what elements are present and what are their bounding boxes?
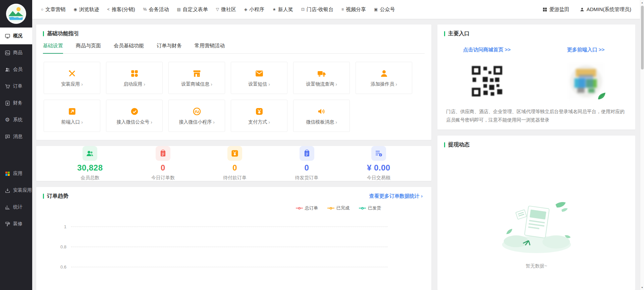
- visit-mall-home-link[interactable]: 点击访问商城首页 >>: [437, 47, 536, 53]
- scroll-down-arrow[interactable]: ▼: [641, 285, 643, 290]
- clipboard-icon: [156, 146, 170, 161]
- link-icon: %: [143, 7, 147, 11]
- sidebar-item-decoration[interactable]: 装修: [0, 215, 32, 232]
- leaf-decoration: [597, 92, 606, 100]
- empty-state-illustration: [497, 195, 576, 254]
- feature-label: 接入微信公众号: [116, 119, 149, 125]
- megaphone-icon: [317, 107, 326, 116]
- tab-orders-finance[interactable]: 订单与财务: [157, 43, 182, 53]
- sidebar-item-label: 财务: [13, 100, 22, 106]
- tab-marketing-activities[interactable]: 常用营销活动: [195, 43, 225, 53]
- nav-label: 新人奖: [278, 6, 293, 13]
- feature-label: 添加操作员: [371, 81, 394, 87]
- chevron-right-icon: ›: [268, 119, 270, 125]
- yen-badge-icon: [227, 146, 242, 161]
- sidebar-item-overview[interactable]: 概况: [0, 28, 32, 44]
- chevron-right-icon: ›: [151, 119, 152, 125]
- sidebar-item-messages[interactable]: 消息: [0, 128, 32, 145]
- miniprogram-icon: [193, 107, 201, 116]
- sidebar-item-statistics[interactable]: 统计: [0, 199, 32, 215]
- chevron-right-icon: ›: [335, 82, 337, 87]
- sidebar-item-goods[interactable]: 商品: [0, 44, 32, 61]
- stat-today-transactions: ¥ 0.00 今日交易额: [367, 146, 390, 181]
- nav-label: 自定义表单: [183, 6, 208, 13]
- entrance-note: 门店、供应商、酒店、企业管理、区域代理等独立后台登录域名同总平台，使用对应的店员…: [446, 107, 627, 124]
- stat-value: 0: [305, 163, 309, 173]
- topnav-item-newcomer-award[interactable]: ★新人奖: [272, 6, 293, 13]
- more-frontend-entries-link[interactable]: 更多前端入口 >>: [536, 47, 635, 53]
- sidebar-item-label: 消息: [13, 134, 22, 140]
- sidebar-item-label: 统计: [13, 204, 22, 210]
- feature-mall-info[interactable]: 设置商城信息›: [168, 62, 225, 94]
- sidebar-item-apps[interactable]: 应用: [0, 165, 32, 182]
- feature-add-operator[interactable]: 添加操作员›: [356, 62, 412, 94]
- feature-wechat-official[interactable]: 接入微信公众号›: [106, 100, 163, 132]
- topnav-item-micro-community[interactable]: ▽微社区: [216, 6, 236, 13]
- sidebar-item-install-apps[interactable]: 安装应用: [0, 182, 32, 199]
- feature-logistics-query[interactable]: 设置物流查询›: [293, 62, 350, 94]
- topnav-item-video-share[interactable]: ≡视频分享: [341, 6, 366, 13]
- share-icon: <: [107, 7, 110, 11]
- check-circle-icon: [130, 107, 139, 116]
- tab-goods-pages[interactable]: 商品与页面: [76, 43, 101, 53]
- download-icon: [4, 187, 10, 193]
- video-list-icon: ≡: [341, 7, 344, 11]
- feature-wechat-miniprogram[interactable]: 接入微信小程序›: [168, 100, 225, 132]
- feature-payment-methods[interactable]: 支付方式›: [231, 100, 287, 132]
- legend-label: 总订单: [305, 205, 318, 211]
- y-axis-tick: 1: [36, 224, 71, 229]
- stat-label: 待付款订单: [223, 175, 247, 181]
- apps-grid-icon: [4, 171, 10, 177]
- title-accent-bar: [43, 194, 44, 199]
- page-scrollbar[interactable]: ▲ ▼: [640, 0, 644, 290]
- stat-total-members: 30,828 会员总数: [77, 146, 103, 181]
- people-icon: [83, 146, 97, 161]
- chevron-right-icon: ›: [213, 119, 215, 125]
- topnav-item-browse-tracks[interactable]: ◉浏览轨迹: [73, 6, 99, 13]
- stat-pending-shipment: 0 待发货订单: [295, 146, 319, 181]
- feature-sms-settings[interactable]: 设置短信›: [231, 62, 287, 94]
- tab-member-basics[interactable]: 会员基础功能: [114, 43, 144, 53]
- sidebar-item-system[interactable]: ⚙ 系统: [0, 111, 32, 128]
- legend-item-total-orders[interactable]: 总订单: [296, 205, 318, 211]
- gridline: [71, 247, 388, 247]
- sidebar-item-members[interactable]: 会员: [0, 61, 32, 78]
- y-axis-tick: 0.8: [36, 244, 71, 249]
- logo-image: [6, 3, 26, 24]
- truck-icon: [317, 69, 326, 78]
- finance-icon: [4, 100, 10, 106]
- chevron-right-icon: ›: [335, 119, 337, 125]
- stat-value: 0: [161, 163, 165, 173]
- more-order-stats-link[interactable]: 查看更多订单数据统计 ›: [369, 193, 423, 199]
- scroll-up-arrow[interactable]: ▲: [641, 0, 643, 5]
- topnav-item-distribution[interactable]: <推客(分销): [107, 6, 135, 13]
- topnav-item-official-account[interactable]: ▣公众号: [374, 6, 395, 13]
- basic-guide-card: 基础功能指引 基础设置 商品与页面 会员基础功能 订单与财务 常用营销活动 安装…: [36, 25, 431, 140]
- sidebar-item-label: 装修: [13, 221, 22, 227]
- feature-label: 前端入口: [61, 119, 80, 125]
- tab-basic-settings[interactable]: 基础设置: [43, 43, 63, 54]
- site-label: 爱游盐田: [549, 6, 570, 13]
- feature-wechat-template-msg[interactable]: 微信模板消息›: [293, 100, 350, 132]
- admin-user-menu[interactable]: ADMIN(系统管理员): [580, 6, 631, 13]
- chevron-right-icon: ›: [144, 82, 145, 87]
- topnav-item-store-cashier[interactable]: ⊡门店-收银台: [301, 6, 333, 13]
- admin-user-label: ADMIN(系统管理员): [587, 6, 631, 13]
- sidebar-item-finance[interactable]: 财务: [0, 95, 32, 111]
- nav-label: 会务活动: [149, 6, 169, 13]
- bar-chart-icon: [4, 204, 10, 210]
- feature-launch-app[interactable]: 启动应用›: [106, 62, 163, 94]
- legend-item-shipped[interactable]: 已发货: [359, 205, 381, 211]
- topnav-item-custom-forms[interactable]: ▤自定义表单: [177, 6, 208, 13]
- feature-label: 微信模板消息: [306, 119, 334, 125]
- site-entry-button[interactable]: 爱游盐田: [542, 6, 570, 13]
- feature-frontend-entry[interactable]: 前端入口›: [44, 100, 100, 132]
- sidebar-item-label: 系统: [13, 117, 22, 123]
- topnav-item-article-marketing[interactable]: ○文章营销: [41, 6, 65, 13]
- topnav-item-miniprogram[interactable]: ◈小程序: [244, 6, 264, 13]
- sidebar-item-orders[interactable]: 订单: [0, 78, 32, 95]
- scrollbar-thumb[interactable]: [641, 6, 644, 69]
- topnav-item-conference-activities[interactable]: %会务活动: [143, 6, 169, 13]
- feature-install-app[interactable]: 安装应用›: [44, 62, 100, 94]
- legend-item-completed[interactable]: 已完成: [327, 205, 350, 211]
